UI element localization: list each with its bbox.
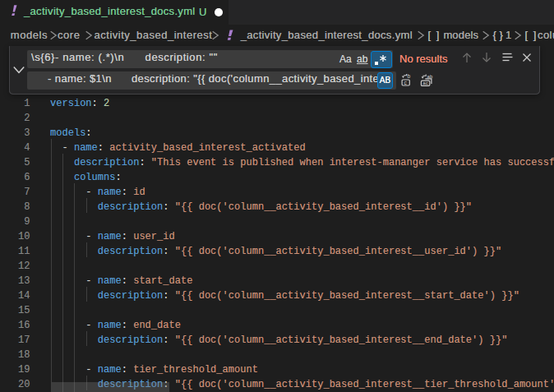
svg-text:c: c [404,80,408,85]
svg-text:ab: ab [427,74,433,79]
svg-text:ac: ac [422,81,427,85]
svg-text:b: b [407,73,410,79]
